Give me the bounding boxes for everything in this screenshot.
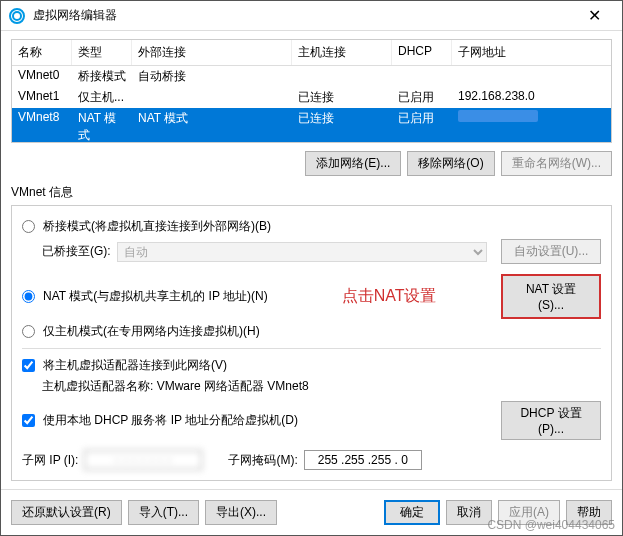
col-subnet[interactable]: 子网地址: [452, 40, 611, 65]
cell: 已启用: [392, 109, 452, 143]
import-button[interactable]: 导入(T)...: [128, 500, 199, 525]
radio-nat-label: NAT 模式(与虚拟机共享主机的 IP 地址)(N): [43, 288, 268, 305]
radio-hostonly-label: 仅主机模式(在专用网络内连接虚拟机)(H): [43, 323, 260, 340]
vmnet-info-label: VMnet 信息: [11, 184, 612, 201]
watermark: CSDN @wei404434065: [487, 518, 615, 532]
app-icon: [9, 8, 25, 24]
check-connect-host-row[interactable]: 将主机虚拟适配器连接到此网络(V): [22, 357, 601, 374]
radio-hostonly-row[interactable]: 仅主机模式(在专用网络内连接虚拟机)(H): [22, 323, 601, 340]
cell: [452, 67, 611, 86]
radio-bridge-label: 桥接模式(将虚拟机直接连接到外部网络)(B): [43, 218, 271, 235]
table-body: VMnet0 桥接模式 自动桥接 VMnet1 仅主机... 已连接 已启用 1…: [12, 66, 611, 143]
cell: VMnet1: [12, 88, 72, 107]
col-ext[interactable]: 外部连接: [132, 40, 292, 65]
cell: VMnet0: [12, 67, 72, 86]
col-name[interactable]: 名称: [12, 40, 72, 65]
cell: VMnet8: [12, 109, 72, 143]
adapter-name-label: 主机虚拟适配器名称: VMware 网络适配器 VMnet8: [42, 378, 601, 395]
rename-network-button: 重命名网络(W)...: [501, 151, 612, 176]
check-connect-host[interactable]: [22, 359, 35, 372]
cell: NAT 模式: [132, 109, 292, 143]
vnet-editor-window: 虚拟网络编辑器 ✕ 名称 类型 外部连接 主机连接 DHCP 子网地址 VMne…: [0, 0, 623, 536]
cell: 已连接: [292, 88, 392, 107]
ok-button[interactable]: 确定: [384, 500, 440, 525]
titlebar: 虚拟网络编辑器 ✕: [1, 1, 622, 31]
cell: [292, 67, 392, 86]
cell: 192.168.238.0: [452, 88, 611, 107]
export-button[interactable]: 导出(X)...: [205, 500, 277, 525]
cell: 自动桥接: [132, 67, 292, 86]
check-connect-host-label: 将主机虚拟适配器连接到此网络(V): [43, 357, 227, 374]
col-dhcp[interactable]: DHCP: [392, 40, 452, 65]
subnet-ip-input[interactable]: · · · · · · ·: [84, 450, 202, 470]
subnet-mask-label: 子网掩码(M):: [228, 452, 297, 469]
network-table: 名称 类型 外部连接 主机连接 DHCP 子网地址 VMnet0 桥接模式 自动…: [11, 39, 612, 143]
cell: [392, 67, 452, 86]
check-use-dhcp[interactable]: [22, 414, 35, 427]
remove-network-button[interactable]: 移除网络(O): [407, 151, 494, 176]
content-area: 名称 类型 外部连接 主机连接 DHCP 子网地址 VMnet0 桥接模式 自动…: [1, 31, 622, 489]
close-icon[interactable]: ✕: [574, 6, 614, 25]
table-row-selected[interactable]: VMnet8 NAT 模式 NAT 模式 已连接 已启用: [12, 108, 611, 143]
radio-bridge[interactable]: [22, 220, 35, 233]
check-use-dhcp-row[interactable]: 使用本地 DHCP 服务将 IP 地址分配给虚拟机(D) DHCP 设置(P).…: [22, 401, 601, 440]
table-header: 名称 类型 外部连接 主机连接 DHCP 子网地址: [12, 40, 611, 66]
bridge-to-row: 已桥接至(G): 自动 自动设置(U)...: [42, 239, 601, 264]
restore-defaults-button[interactable]: 还原默认设置(R): [11, 500, 122, 525]
cell: 已连接: [292, 109, 392, 143]
radio-nat-row[interactable]: NAT 模式(与虚拟机共享主机的 IP 地址)(N) 点击NAT设置 NAT 设…: [22, 274, 601, 319]
subnet-ip-label: 子网 IP (I):: [22, 452, 78, 469]
table-row[interactable]: VMnet1 仅主机... 已连接 已启用 192.168.238.0: [12, 87, 611, 108]
auto-settings-button: 自动设置(U)...: [501, 239, 601, 264]
window-title: 虚拟网络编辑器: [33, 7, 574, 24]
col-type[interactable]: 类型: [72, 40, 132, 65]
vmnet-info-panel: 桥接模式(将虚拟机直接连接到外部网络)(B) 已桥接至(G): 自动 自动设置(…: [11, 205, 612, 481]
dhcp-settings-button[interactable]: DHCP 设置(P)...: [501, 401, 601, 440]
radio-bridge-row[interactable]: 桥接模式(将虚拟机直接连接到外部网络)(B): [22, 218, 601, 235]
cell: 桥接模式: [72, 67, 132, 86]
table-buttons: 添加网络(E)... 移除网络(O) 重命名网络(W)...: [11, 151, 612, 176]
bridge-to-label: 已桥接至(G):: [42, 243, 111, 260]
cell: 仅主机...: [72, 88, 132, 107]
col-host[interactable]: 主机连接: [292, 40, 392, 65]
annotation-text: 点击NAT设置: [342, 286, 437, 307]
check-use-dhcp-label: 使用本地 DHCP 服务将 IP 地址分配给虚拟机(D): [43, 412, 298, 429]
cell: 已启用: [392, 88, 452, 107]
radio-hostonly[interactable]: [22, 325, 35, 338]
subnet-row: 子网 IP (I): · · · · · · · 子网掩码(M): 255 .2…: [22, 450, 601, 470]
cancel-button[interactable]: 取消: [446, 500, 492, 525]
radio-nat[interactable]: [22, 290, 35, 303]
nat-settings-button[interactable]: NAT 设置(S)...: [501, 274, 601, 319]
add-network-button[interactable]: 添加网络(E)...: [305, 151, 401, 176]
cell: NAT 模式: [72, 109, 132, 143]
bridge-to-select: 自动: [117, 242, 487, 262]
cell-subnet-blur: [452, 109, 611, 143]
table-row[interactable]: VMnet0 桥接模式 自动桥接: [12, 66, 611, 87]
subnet-mask-input[interactable]: 255 .255 .255 . 0: [304, 450, 422, 470]
cell: [132, 88, 292, 107]
